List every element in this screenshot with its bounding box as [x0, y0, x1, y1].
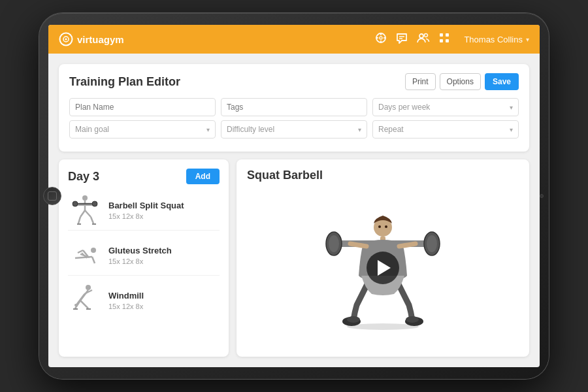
- exercise-list: Barbell Split Squat 15x 12x 8x: [68, 191, 220, 320]
- main-content: Training Plan Editor Print Options Save …: [48, 54, 540, 367]
- svg-line-38: [80, 290, 88, 301]
- play-icon: [378, 260, 391, 276]
- exercise-thumb-1: [68, 193, 102, 227]
- svg-point-11: [419, 34, 423, 38]
- nav-logo: virtuagym: [59, 32, 124, 46]
- days-per-week-chevron: ▾: [510, 104, 513, 111]
- windmill-figure: [69, 284, 101, 318]
- ipad-home-button-inner: [48, 191, 57, 201]
- squat-title: Squat Barbell: [247, 169, 519, 182]
- nav-user-chevron: ▾: [526, 36, 529, 43]
- grid-icon[interactable]: [439, 33, 449, 46]
- print-button[interactable]: Print: [405, 73, 436, 90]
- svg-line-24: [80, 210, 85, 217]
- exercise-name-2: Gluteus Stretch: [108, 246, 220, 255]
- form-row-1: Days per week ▾: [69, 98, 519, 116]
- svg-point-8: [380, 37, 382, 39]
- svg-point-54: [385, 225, 387, 228]
- svg-point-51: [427, 235, 437, 252]
- ipad-camera: [540, 194, 544, 198]
- exercise-name-3: Windmill: [108, 291, 220, 301]
- svg-point-45: [74, 304, 77, 306]
- chat-icon[interactable]: [396, 33, 408, 46]
- exercise-info-1: Barbell Split Squat 15x 12x 8x: [108, 201, 220, 220]
- add-exercise-button[interactable]: Add: [186, 169, 220, 184]
- svg-point-59: [406, 316, 419, 323]
- nav-bar: virtuagym: [48, 25, 540, 54]
- gluteus-stretch-figure: [69, 238, 101, 272]
- squat-panel: Squat Barbell: [237, 159, 529, 357]
- editor-title: Training Plan Editor: [69, 75, 405, 89]
- editor-actions: Print Options Save: [405, 73, 519, 90]
- exercise-item-2[interactable]: Gluteus Stretch 15x 12x 8x: [68, 236, 220, 276]
- svg-rect-13: [440, 33, 443, 37]
- svg-line-26: [85, 210, 91, 217]
- svg-line-25: [78, 217, 80, 223]
- ipad-home-button[interactable]: [43, 187, 61, 205]
- editor-card: Training Plan Editor Print Options Save …: [59, 64, 529, 152]
- exercise-item[interactable]: Barbell Split Squat 15x 12x 8x: [68, 191, 220, 231]
- svg-point-30: [91, 248, 96, 253]
- difficulty-chevron: ▾: [358, 126, 361, 133]
- svg-point-20: [73, 201, 78, 206]
- logo-icon: [59, 32, 73, 46]
- users-icon[interactable]: [417, 33, 430, 46]
- barbell-split-squat-figure: [69, 193, 101, 227]
- ipad-screen: virtuagym: [48, 25, 540, 367]
- svg-point-57: [347, 316, 360, 323]
- day-title: Day 3: [68, 170, 186, 184]
- exercise-reps-1: 15x 12x 8x: [108, 212, 220, 220]
- svg-point-12: [425, 34, 428, 37]
- svg-line-27: [91, 217, 93, 223]
- plan-name-input[interactable]: [69, 98, 216, 116]
- logo-text: virtuagym: [77, 34, 124, 45]
- nav-user-name: Thomas Collins: [464, 35, 523, 44]
- day-panel-header: Day 3 Add: [68, 169, 220, 184]
- nav-icons: Thomas Collins ▾: [375, 32, 529, 46]
- editor-header: Training Plan Editor Print Options Save: [69, 73, 519, 90]
- svg-point-21: [92, 201, 97, 206]
- bottom-panels: Day 3 Add: [59, 159, 529, 357]
- exercise-info-3: Windmill 15x 12x 8x: [108, 291, 220, 310]
- form-row-2: Main goal ▾ Difficulty level ▾ Repeat ▾: [69, 120, 519, 139]
- svg-point-2: [65, 39, 67, 41]
- main-goal-select[interactable]: Main goal ▾: [69, 120, 216, 139]
- svg-line-42: [80, 301, 88, 308]
- exercise-thumb-2: [68, 238, 102, 272]
- difficulty-select[interactable]: Difficulty level ▾: [221, 120, 367, 139]
- svg-rect-14: [446, 33, 449, 37]
- exercise-name-1: Barbell Split Squat: [108, 201, 220, 210]
- options-button[interactable]: Options: [440, 73, 481, 90]
- days-per-week-select[interactable]: Days per week ▾: [372, 98, 519, 116]
- svg-rect-16: [446, 39, 449, 42]
- tags-input[interactable]: [221, 98, 367, 116]
- exercise-thumb-3: [68, 284, 102, 318]
- repeat-chevron: ▾: [510, 126, 513, 133]
- day-panel: Day 3 Add: [59, 159, 229, 357]
- squat-video-area[interactable]: [247, 188, 519, 348]
- svg-point-53: [378, 225, 381, 228]
- svg-point-17: [82, 195, 88, 201]
- main-goal-chevron: ▾: [206, 126, 210, 133]
- play-button[interactable]: [367, 252, 399, 284]
- svg-rect-15: [440, 39, 443, 42]
- exercise-reps-2: 15x 12x 8x: [108, 257, 220, 265]
- nav-user[interactable]: Thomas Collins ▾: [464, 35, 529, 44]
- exercise-reps-3: 15x 12x 8x: [108, 302, 220, 310]
- crosshair-icon[interactable]: [375, 32, 387, 46]
- svg-point-37: [86, 285, 91, 290]
- exercise-info-2: Gluteus Stretch 15x 12x 8x: [108, 246, 220, 265]
- svg-line-34: [92, 257, 95, 263]
- ipad-shell: virtuagym: [39, 13, 549, 379]
- save-button[interactable]: Save: [485, 73, 519, 90]
- svg-point-49: [329, 235, 339, 252]
- exercise-item-3[interactable]: Windmill 15x 12x 8x: [68, 281, 220, 320]
- repeat-select[interactable]: Repeat ▾: [372, 120, 519, 139]
